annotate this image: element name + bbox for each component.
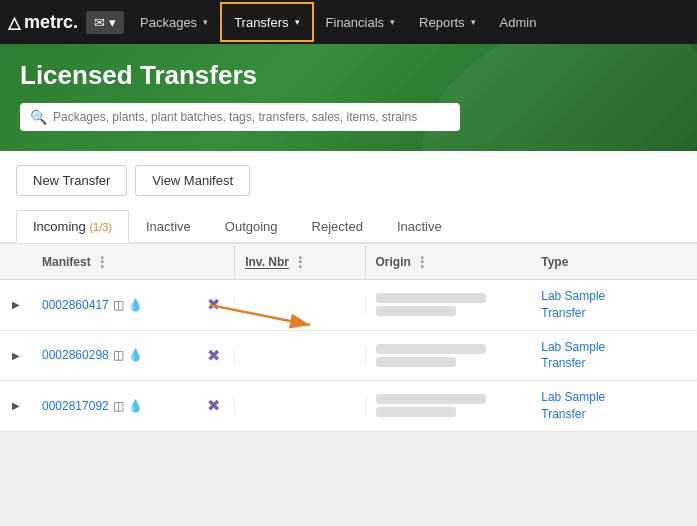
row2-origin	[366, 333, 532, 378]
tabs: Incoming (1/3) Inactive Outgoing Rejecte…	[0, 210, 697, 243]
row1-origin	[366, 282, 532, 327]
row1-type: Lab Sample Transfer	[531, 280, 697, 330]
nav-transfers-label: Transfers	[234, 15, 288, 30]
row1-manifest: 0002860417 ◫ 💧 ✖	[32, 287, 234, 322]
mail-button[interactable]: ✉ ▾	[86, 11, 124, 34]
origin-blurred-2	[376, 357, 456, 367]
origin-col-menu-icon[interactable]: ⋮	[415, 254, 429, 270]
row3-type-link1[interactable]: Lab Sample	[541, 390, 605, 404]
wrench-icon[interactable]: ✖	[207, 295, 220, 314]
nav-packages-caret: ▾	[203, 17, 208, 27]
drop-icon: 💧	[128, 348, 143, 362]
th-manifest: Manifest ⋮	[32, 246, 234, 278]
row2-expander[interactable]: ▶	[0, 342, 32, 369]
table: Manifest ⋮ Inv. Nbr ⋮ Origin ⋮ Type	[0, 243, 697, 432]
content-area: New Transfer View Manifest Incoming (1/3…	[0, 151, 697, 432]
nav-packages[interactable]: Packages ▾	[128, 0, 220, 44]
nav-admin[interactable]: Admin	[488, 0, 549, 44]
tab-rejected-label: Rejected	[312, 219, 363, 234]
tab-inactive2[interactable]: Inactive	[380, 210, 459, 243]
grid-icon: ◫	[113, 399, 124, 413]
row2-type-link2[interactable]: Transfer	[541, 356, 585, 370]
table-row: ▶ 0002860298 ◫ 💧 ✖ Lab Sa	[0, 331, 697, 382]
row1-invnbr	[234, 297, 365, 313]
th-invnbr: Inv. Nbr ⋮	[234, 246, 365, 278]
nav-admin-label: Admin	[500, 15, 537, 30]
origin-blurred-1	[376, 394, 486, 404]
wrench-icon[interactable]: ✖	[207, 346, 220, 365]
row3-type-link2[interactable]: Transfer	[541, 407, 585, 421]
tab-inactive2-label: Inactive	[397, 219, 442, 234]
wrench-icon[interactable]: ✖	[207, 396, 220, 415]
drop-icon: 💧	[128, 399, 143, 413]
logo: △ metrc.	[8, 12, 78, 33]
search-input[interactable]	[53, 110, 450, 124]
row2-type-link1[interactable]: Lab Sample	[541, 340, 605, 354]
nav-packages-label: Packages	[140, 15, 197, 30]
row1-type-link1[interactable]: Lab Sample	[541, 289, 605, 303]
expand-icon: ▶	[12, 299, 20, 310]
th-expand	[0, 254, 32, 270]
table-header: Manifest ⋮ Inv. Nbr ⋮ Origin ⋮ Type	[0, 244, 697, 280]
nav-financials[interactable]: Financials ▾	[314, 0, 408, 44]
tab-outgoing[interactable]: Outgoing	[208, 210, 295, 243]
navbar: △ metrc. ✉ ▾ Packages ▾ Transfers ▾ Fina…	[0, 0, 697, 44]
search-icon: 🔍	[30, 109, 47, 125]
tab-incoming[interactable]: Incoming (1/3)	[16, 210, 129, 243]
row3-manifest: 0002817092 ◫ 💧 ✖	[32, 388, 234, 423]
nav-transfers[interactable]: Transfers ▾	[220, 2, 313, 42]
page-title: Licensed Transfers	[20, 60, 677, 91]
invnbr-col-menu-icon[interactable]: ⋮	[293, 254, 307, 270]
row3-expander[interactable]: ▶	[0, 392, 32, 419]
grid-icon: ◫	[113, 348, 124, 362]
row2-type: Lab Sample Transfer	[531, 331, 697, 381]
nav-reports-label: Reports	[419, 15, 465, 30]
tab-inactive1[interactable]: Inactive	[129, 210, 208, 243]
drop-icon: 💧	[128, 298, 143, 312]
row3-origin	[366, 383, 532, 428]
tab-outgoing-label: Outgoing	[225, 219, 278, 234]
table-row: ▶ 0002817092 ◫ 💧 ✖ Lab Sa	[0, 381, 697, 432]
toolbar: New Transfer View Manifest	[0, 151, 697, 210]
tab-inactive1-label: Inactive	[146, 219, 191, 234]
nav-reports-caret: ▾	[471, 17, 476, 27]
row2-manifest-link[interactable]: 0002860298	[42, 348, 109, 362]
nav-financials-caret: ▾	[390, 17, 395, 27]
th-origin: Origin ⋮	[366, 246, 532, 278]
row2-invnbr	[234, 347, 365, 363]
row1-expander[interactable]: ▶	[0, 291, 32, 318]
nav-financials-label: Financials	[326, 15, 385, 30]
manifest-col-menu-icon[interactable]: ⋮	[95, 254, 109, 270]
tab-rejected[interactable]: Rejected	[295, 210, 380, 243]
page-header: Licensed Transfers 🔍	[0, 44, 697, 151]
th-manifest-label: Manifest	[42, 255, 91, 269]
logo-icon: △	[8, 13, 20, 32]
nav-transfers-caret: ▾	[295, 17, 300, 27]
search-bar[interactable]: 🔍	[20, 103, 460, 131]
view-manifest-button[interactable]: View Manifest	[135, 165, 250, 196]
grid-icon: ◫	[113, 298, 124, 312]
th-invnbr-label: Inv. Nbr	[245, 255, 289, 269]
row3-manifest-link[interactable]: 0002817092	[42, 399, 109, 413]
row1-type-link2[interactable]: Transfer	[541, 306, 585, 320]
row3-type: Lab Sample Transfer	[531, 381, 697, 431]
mail-caret: ▾	[109, 15, 116, 30]
tab-incoming-label: Incoming	[33, 219, 89, 234]
row3-invnbr	[234, 398, 365, 414]
origin-blurred-1	[376, 293, 486, 303]
mail-icon: ✉	[94, 15, 105, 30]
origin-blurred-1	[376, 344, 486, 354]
origin-blurred-2	[376, 407, 456, 417]
nav-reports[interactable]: Reports ▾	[407, 0, 488, 44]
expand-icon: ▶	[12, 350, 20, 361]
th-origin-label: Origin	[376, 255, 411, 269]
new-transfer-button[interactable]: New Transfer	[16, 165, 127, 196]
th-type: Type	[531, 247, 697, 277]
table-container: Manifest ⋮ Inv. Nbr ⋮ Origin ⋮ Type	[0, 243, 697, 432]
expand-icon: ▶	[12, 400, 20, 411]
logo-text: metrc.	[24, 12, 78, 33]
row1-manifest-link[interactable]: 0002860417	[42, 298, 109, 312]
tab-incoming-badge: (1/3)	[89, 221, 112, 233]
row2-manifest: 0002860298 ◫ 💧 ✖	[32, 338, 234, 373]
origin-blurred-2	[376, 306, 456, 316]
